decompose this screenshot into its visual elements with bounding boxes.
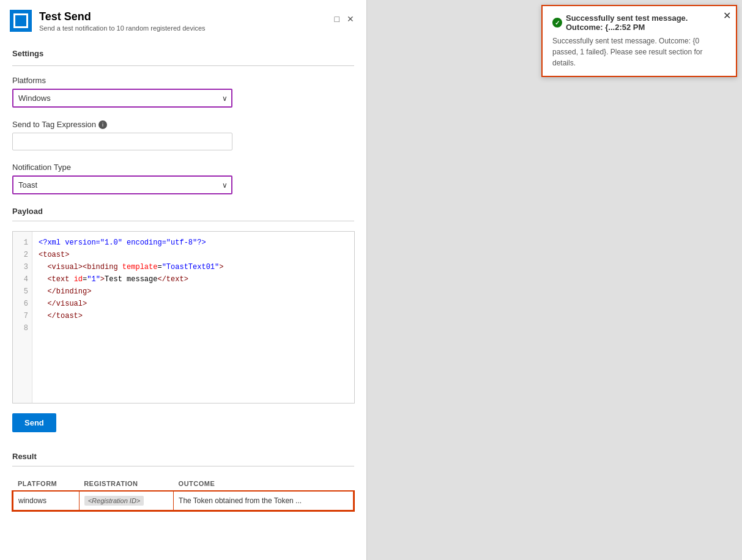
cell-registration: <Registration ID>	[79, 492, 173, 510]
table-row: windows <Registration ID> The Token obta…	[13, 492, 354, 510]
tag-expression-label: Send to Tag Expression i	[12, 120, 354, 129]
header-actions: □ ✕	[332, 12, 357, 26]
close-button[interactable]: ✕	[344, 12, 357, 26]
result-divider	[12, 466, 354, 466]
result-section-label: Result	[12, 452, 354, 461]
result-section: Result PLATFORM REGISTRATION OUTCOME win…	[12, 452, 354, 510]
col-registration: REGISTRATION	[79, 476, 173, 492]
app-icon-inner	[13, 13, 28, 28]
cell-outcome: The Token obtained from the Token ...	[174, 492, 354, 510]
code-editor-inner: 1 2 3 4 5 6 7 8 <?xml version="1.0" enco…	[13, 232, 354, 403]
right-panel: ✕ Successfully sent test message. Outcom…	[367, 0, 742, 560]
send-button[interactable]: Send	[12, 413, 56, 432]
panel-content: Settings Platforms Windows Apple Google …	[0, 39, 366, 520]
toast-notification: ✕ Successfully sent test message. Outcom…	[541, 5, 737, 77]
platforms-group: Platforms Windows Apple Google Baidu ∨	[12, 76, 354, 108]
panel-title: Test Send	[39, 10, 206, 23]
result-table-body: windows <Registration ID> The Token obta…	[13, 492, 354, 510]
panel-header: Test Send Send a test notification to 10…	[0, 0, 366, 39]
toast-body: Successfully sent test message. Outcome:…	[552, 35, 714, 68]
panel-title-group: Test Send Send a test notification to 10…	[39, 10, 206, 32]
line-numbers: 1 2 3 4 5 6 7 8	[13, 232, 32, 403]
platforms-select-wrapper: Windows Apple Google Baidu ∨	[12, 89, 232, 108]
notification-type-select-wrapper: Toast Tile Badge Raw ∨	[12, 175, 232, 194]
payload-divider	[12, 221, 354, 221]
code-content: <?xml version="1.0" encoding="utf-8"?> <…	[32, 232, 354, 403]
cell-platform: windows	[13, 492, 79, 510]
settings-divider	[12, 65, 354, 66]
platforms-label: Platforms	[12, 76, 354, 85]
result-table: PLATFORM REGISTRATION OUTCOME windows <R…	[12, 476, 354, 510]
panel-subtitle: Send a test notification to 10 random re…	[39, 24, 206, 32]
tag-expression-info-icon: i	[98, 120, 107, 129]
code-editor[interactable]: 1 2 3 4 5 6 7 8 <?xml version="1.0" enco…	[12, 231, 355, 403]
toast-close-button[interactable]: ✕	[723, 11, 731, 21]
success-icon	[552, 18, 562, 28]
toast-title: Successfully sent test message. Outcome:…	[566, 13, 714, 32]
notification-type-select[interactable]: Toast Tile Badge Raw	[12, 175, 232, 194]
result-table-head: PLATFORM REGISTRATION OUTCOME	[13, 476, 354, 492]
notification-type-group: Notification Type Toast Tile Badge Raw ∨	[12, 163, 354, 194]
col-outcome: OUTCOME	[174, 476, 354, 492]
app-icon	[10, 10, 32, 32]
toast-title-row: Successfully sent test message. Outcome:…	[552, 13, 714, 32]
payload-section-label: Payload	[12, 207, 354, 216]
payload-section: Payload 1 2 3 4 5 6 7 8 <?xml version="1…	[12, 207, 354, 403]
col-platform: PLATFORM	[13, 476, 79, 492]
registration-id-badge: <Registration ID>	[84, 496, 144, 506]
main-panel: Test Send Send a test notification to 10…	[0, 0, 367, 560]
settings-section-label: Settings	[12, 49, 43, 58]
minimize-button[interactable]: □	[332, 12, 342, 26]
tag-expression-input[interactable]	[12, 133, 232, 150]
panel-header-left: Test Send Send a test notification to 10…	[10, 10, 206, 32]
platforms-select[interactable]: Windows Apple Google Baidu	[12, 89, 232, 108]
result-table-header-row: PLATFORM REGISTRATION OUTCOME	[13, 476, 354, 492]
tag-expression-group: Send to Tag Expression i	[12, 120, 354, 150]
settings-section-header: Settings	[12, 49, 354, 63]
notification-type-label: Notification Type	[12, 163, 354, 172]
